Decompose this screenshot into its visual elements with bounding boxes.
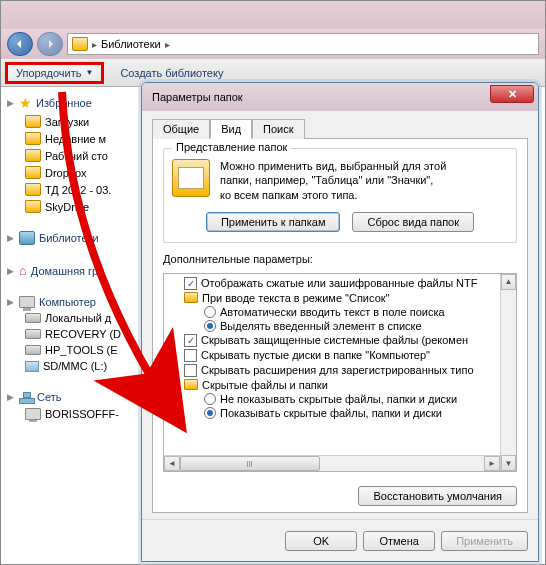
- folder-icon: [25, 149, 41, 162]
- navigation-pane: ▶★Избранное Загрузки Недавние м Рабочий …: [1, 87, 149, 564]
- nav-item[interactable]: Рабочий сто: [1, 147, 148, 164]
- dialog-footer: OK Отмена Применить: [142, 519, 538, 561]
- folder-views-group: Представление папок Можно применить вид,…: [163, 148, 517, 243]
- folder-icon: [25, 115, 41, 128]
- breadcrumb[interactable]: ▸ Библиотеки ▸: [67, 33, 539, 55]
- horizontal-scrollbar[interactable]: ◄►: [164, 455, 500, 471]
- tree-item[interactable]: Автоматически вводить текст в поле поиск…: [164, 305, 516, 319]
- restore-defaults-button[interactable]: Восстановить умолчания: [358, 486, 517, 506]
- organize-button[interactable]: Упорядочить ▼: [5, 62, 104, 84]
- nav-libraries[interactable]: ▶Библиотеки: [1, 229, 148, 247]
- tab-content: Представление папок Можно применить вид,…: [152, 138, 528, 513]
- tree-item[interactable]: Скрытые файлы и папки: [164, 378, 516, 392]
- reset-folders-button[interactable]: Сброс вида папок: [352, 212, 474, 232]
- explorer-titlebar: [1, 1, 545, 29]
- drive-icon: [25, 345, 41, 355]
- nav-item[interactable]: Dropbox: [1, 164, 148, 181]
- close-button[interactable]: ✕: [490, 85, 534, 103]
- drive-icon: [25, 329, 41, 339]
- nav-item[interactable]: Локальный д: [1, 310, 148, 326]
- tree-item[interactable]: Скрывать расширения для зарегистрированн…: [164, 363, 516, 378]
- tab-view[interactable]: Вид: [210, 119, 252, 139]
- nav-item[interactable]: SD/MMC (L:): [1, 358, 148, 374]
- radio[interactable]: [204, 407, 216, 419]
- network-icon: [19, 390, 33, 404]
- chevron-right-icon: ▸: [165, 39, 170, 50]
- computer-icon: [25, 408, 41, 420]
- checkbox[interactable]: [184, 277, 197, 290]
- checkbox[interactable]: [184, 364, 197, 377]
- folder-icon: [72, 37, 88, 51]
- nav-item[interactable]: Загрузки: [1, 113, 148, 130]
- tree-item[interactable]: Отображать сжатые или зашифрованные файл…: [164, 276, 516, 291]
- chevron-right-icon: ▸: [92, 39, 97, 50]
- nav-forward-button[interactable]: [37, 32, 63, 56]
- tree-item[interactable]: Скрывать пустые диски в папке "Компьютер…: [164, 348, 516, 363]
- organize-label: Упорядочить: [16, 67, 81, 79]
- chevron-down-icon: ▼: [85, 68, 93, 77]
- breadcrumb-label: Библиотеки: [101, 38, 161, 50]
- address-bar: ▸ Библиотеки ▸: [1, 29, 545, 59]
- dialog-title: Параметры папок: [152, 91, 243, 103]
- dialog-body: Общие Вид Поиск Представление папок Можн…: [142, 111, 538, 519]
- tab-search[interactable]: Поиск: [252, 119, 304, 139]
- advanced-label: Дополнительные параметры:: [163, 253, 517, 265]
- nav-item[interactable]: BORISSOFFF-: [1, 406, 148, 422]
- group-legend: Представление папок: [172, 141, 291, 153]
- dialog-titlebar[interactable]: Параметры папок ✕: [142, 83, 538, 111]
- tabs: Общие Вид Поиск: [152, 118, 528, 139]
- library-icon: [19, 231, 35, 245]
- close-icon: ✕: [508, 88, 517, 101]
- folder-icon: [25, 132, 41, 145]
- cancel-button[interactable]: Отмена: [363, 531, 435, 551]
- nav-item[interactable]: ТД 2012 - 03.: [1, 181, 148, 198]
- nav-homegroup[interactable]: ▶⌂Домашняя гру: [1, 261, 148, 280]
- radio[interactable]: [204, 393, 216, 405]
- tree-item[interactable]: Показывать скрытые файлы, папки и диски: [164, 406, 516, 420]
- nav-item[interactable]: HP_TOOLS (E: [1, 342, 148, 358]
- folder-views-icon: [172, 159, 210, 197]
- homegroup-icon: ⌂: [19, 263, 27, 278]
- star-icon: ★: [19, 95, 32, 111]
- tree-item[interactable]: При вводе текста в режиме "Список": [164, 291, 516, 305]
- nav-back-button[interactable]: [7, 32, 33, 56]
- sd-card-icon: [25, 361, 39, 372]
- checkbox[interactable]: [184, 349, 197, 362]
- drive-icon: [25, 313, 41, 323]
- advanced-settings-tree[interactable]: Отображать сжатые или зашифрованные файл…: [163, 273, 517, 472]
- folder-icon: [25, 200, 41, 213]
- ok-button[interactable]: OK: [285, 531, 357, 551]
- apply-button[interactable]: Применить: [441, 531, 528, 551]
- folder-options-dialog: Параметры папок ✕ Общие Вид Поиск Предст…: [141, 82, 539, 562]
- apply-to-folders-button[interactable]: Применить к папкам: [206, 212, 341, 232]
- nav-network[interactable]: ▶Сеть: [1, 388, 148, 406]
- nav-item[interactable]: SkyDrive: [1, 198, 148, 215]
- tree-item[interactable]: Скрывать защищенные системные файлы (рек…: [164, 333, 516, 348]
- vertical-scrollbar[interactable]: ▲▼: [500, 274, 516, 471]
- radio[interactable]: [204, 320, 216, 332]
- nav-computer[interactable]: ▶Компьютер: [1, 294, 148, 310]
- folder-icon: [25, 183, 41, 196]
- folder-icon: [184, 292, 198, 303]
- folder-icon: [25, 166, 41, 179]
- tab-general[interactable]: Общие: [152, 119, 210, 139]
- radio[interactable]: [204, 306, 216, 318]
- folder-views-text: Можно применить вид, выбранный для этой …: [220, 159, 446, 202]
- nav-item[interactable]: RECOVERY (D: [1, 326, 148, 342]
- tree-item[interactable]: Выделять введенный элемент в списке: [164, 319, 516, 333]
- folder-icon: [184, 379, 198, 390]
- computer-icon: [19, 296, 35, 308]
- tree-item[interactable]: Не показывать скрытые файлы, папки и дис…: [164, 392, 516, 406]
- nav-item[interactable]: Недавние м: [1, 130, 148, 147]
- create-library-link[interactable]: Создать библиотеку: [120, 67, 223, 79]
- nav-favorites[interactable]: ▶★Избранное: [1, 93, 148, 113]
- checkbox[interactable]: [184, 334, 197, 347]
